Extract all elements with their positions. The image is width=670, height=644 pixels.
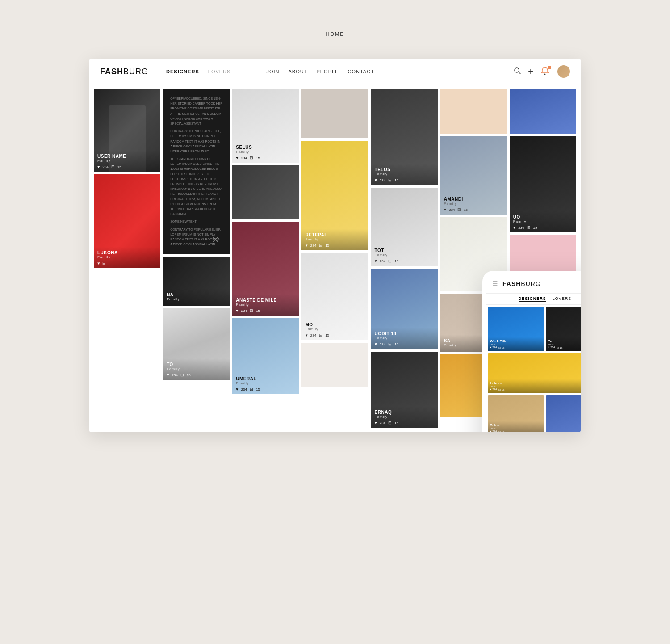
- card-anaste[interactable]: ANASTE DE MILE Family 234 15: [232, 222, 299, 316]
- card-category: Family: [97, 255, 157, 259]
- card-selus[interactable]: Selus Family 234 15: [232, 89, 299, 163]
- user-avatar[interactable]: [557, 65, 570, 78]
- card-stats: 234 15: [375, 342, 434, 346]
- mobile-card-lukona[interactable]: Lukona Date ♥ 234 ⊟ 15: [488, 353, 581, 393]
- bookmark-icon: [457, 207, 461, 212]
- bookmark-count: 15: [256, 309, 260, 313]
- mobile-card-stats: ♥ 234 ⊟ 15: [490, 430, 542, 432]
- card-name: Lukona: [97, 250, 157, 255]
- bookmark-count: 15: [117, 165, 121, 169]
- nav-home-label: HOME: [326, 31, 344, 37]
- like-icon: [375, 421, 377, 425]
- desktop-browser: FASHBURG DESIGNERS LOVERS JOIN ABOUT PEO…: [89, 59, 581, 432]
- card-stats: 234 15: [236, 156, 295, 160]
- card-stats: [97, 261, 157, 265]
- card-mo[interactable]: Mo Family 234 15: [302, 253, 368, 340]
- card-telos[interactable]: Telos Family 234 15: [371, 89, 438, 185]
- card-category: Family: [236, 381, 295, 385]
- mobile-mockup: ☰ FASHBURG DESIGNERS LOVERS W: [482, 271, 581, 432]
- mobile-card-date: Date: [490, 427, 542, 430]
- card-peach-5: [440, 89, 507, 134]
- bookmark-icon: [319, 333, 322, 337]
- bookmark-icon: [319, 243, 322, 248]
- search-icon[interactable]: [514, 67, 521, 76]
- card-name: Uodit 14: [375, 331, 434, 336]
- add-button[interactable]: +: [528, 67, 533, 77]
- card-to[interactable]: To Family 234 15: [163, 308, 230, 380]
- card-category: Family: [167, 367, 226, 371]
- card-tot[interactable]: Tot Family 234 15: [371, 188, 438, 266]
- card-uodit-14[interactable]: Uodit 14 Family 234 15: [371, 269, 438, 349]
- mobile-like-icon: ♥ 234: [548, 346, 555, 349]
- card-na[interactable]: Na Family: [163, 257, 230, 306]
- text-para-3: THE STANDARD CHUNK OF LOREM IPSUM USED S…: [170, 156, 222, 216]
- svg-point-2: [544, 74, 546, 75]
- text-para-2: CONTRARY TO POPULAR BELIEF, LOREM IPSUM …: [170, 129, 222, 154]
- card-uo[interactable]: Uo Family 234 15: [510, 136, 576, 232]
- mobile-card-blue[interactable]: [546, 395, 581, 432]
- mobile-nav-tabs: DESIGNERS LOVERS: [486, 294, 581, 305]
- mobile-card-stats: ♥ 234 ⊟ 15: [490, 388, 581, 391]
- card-stats: 234 15: [236, 387, 295, 391]
- mobile-tab-lovers[interactable]: LOVERS: [553, 296, 572, 302]
- bookmark-icon: [180, 373, 184, 377]
- like-count: 234: [380, 421, 385, 425]
- bookmark-icon: [102, 261, 106, 265]
- card-name: Na: [167, 292, 226, 297]
- card-umeral[interactable]: Umeral Family 234 15: [232, 318, 299, 394]
- mobile-menu-icon[interactable]: ☰: [492, 280, 498, 287]
- card-category: Family: [97, 159, 157, 163]
- bookmark-icon: [388, 421, 392, 425]
- card-lukona[interactable]: Lukona Family: [94, 174, 160, 268]
- card-name: To: [167, 362, 226, 367]
- card-stats: 234 15: [444, 207, 503, 212]
- card-amandi[interactable]: Amandi Family 234 15: [440, 136, 507, 215]
- mobile-like-icon: ♥ 234: [490, 346, 497, 349]
- mobile-card-selus[interactable]: Selus Date ♥ 234 ⊟ 15: [488, 395, 544, 432]
- nav-people[interactable]: PEOPLE: [316, 69, 339, 74]
- card-category: Family: [236, 150, 295, 154]
- bookmark-icon: [388, 178, 392, 182]
- card-ernaq[interactable]: ErnaQ Family 234 15: [371, 352, 438, 428]
- mobile-card-to[interactable]: To Date ♥ 234 ⊟ 15: [546, 307, 581, 351]
- card-bottom-2[interactable]: [232, 165, 299, 219]
- card-name: Telos: [375, 167, 434, 172]
- mobile-header: ☰ FASHBURG: [486, 274, 581, 294]
- like-count: 234: [241, 309, 247, 313]
- like-count: 234: [380, 178, 385, 182]
- nav-join[interactable]: JOIN: [266, 69, 279, 74]
- like-icon: [375, 259, 377, 263]
- like-count: 234: [518, 226, 524, 230]
- card-user-name[interactable]: User Name Family 234 15: [94, 89, 160, 172]
- notification-icon[interactable]: [540, 67, 550, 76]
- text-card-close[interactable]: ✕: [208, 232, 222, 247]
- bookmark-count: 15: [325, 333, 329, 337]
- nav-contact[interactable]: CONTACT: [348, 69, 374, 74]
- mobile-card-stats: ♥ 234 ⊟ 15: [548, 346, 581, 349]
- bookmark-count: 15: [464, 208, 468, 212]
- bookmark-icon: [527, 225, 531, 230]
- bookmark-count: 15: [394, 342, 398, 346]
- bookmark-icon: [111, 164, 115, 169]
- nav-about[interactable]: ABOUT: [289, 69, 308, 74]
- card-stats: 234 15: [375, 259, 434, 263]
- like-icon: [97, 164, 100, 169]
- mobile-card-work-title[interactable]: Work Title Date ♥ 234 ⊟ 15: [488, 307, 544, 351]
- mobile-tab-designers[interactable]: DESIGNERS: [519, 296, 546, 302]
- nav-lovers[interactable]: LOVERS: [208, 69, 231, 74]
- text-card[interactable]: OFNEBPIVOCUEB8O: SINCE 1999, HER STORIED…: [163, 89, 230, 254]
- mobile-card-name: Selus: [490, 423, 542, 427]
- card-retepai[interactable]: Retepai Family 234 15: [302, 141, 368, 250]
- like-icon: [236, 156, 238, 160]
- mobile-logo: FASHBURG: [502, 280, 541, 287]
- card-name: ErnaQ: [375, 410, 434, 415]
- nav-designers[interactable]: DESIGNERS: [166, 69, 199, 74]
- like-icon: [97, 261, 100, 265]
- mobile-card-date: Date: [548, 343, 581, 346]
- card-blue-stripe-6: [510, 89, 576, 134]
- bookmark-count: 15: [187, 373, 191, 377]
- like-count: 234: [380, 259, 385, 263]
- bookmark-count: 15: [533, 226, 537, 230]
- bookmark-count: 15: [394, 178, 398, 182]
- card-stats: 234 15: [305, 333, 364, 337]
